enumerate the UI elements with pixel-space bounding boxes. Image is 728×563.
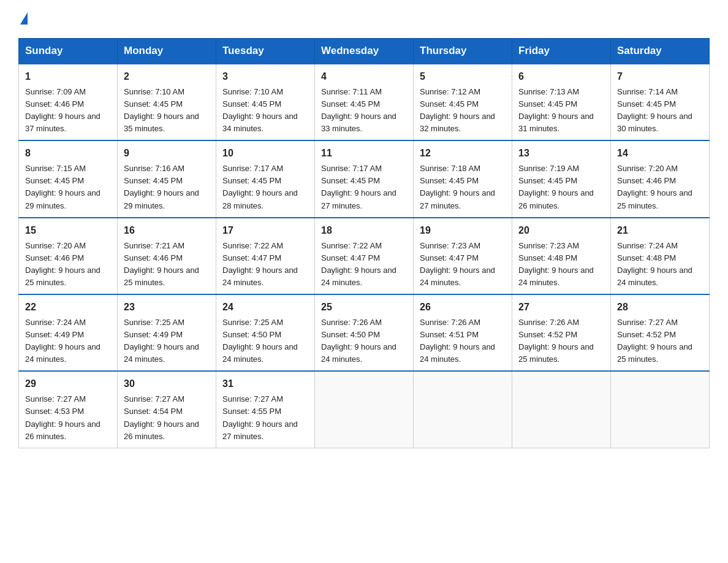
day-cell-16: 16Sunrise: 7:21 AMSunset: 4:46 PMDayligh… [118,218,216,294]
weekday-header-friday: Friday [512,39,611,64]
day-number: 6 [518,69,604,85]
day-cell-10: 10Sunrise: 7:17 AMSunset: 4:45 PMDayligh… [216,140,315,217]
sunset-label: Sunset: 4:48 PM [518,253,577,262]
sunset-label: Sunset: 4:45 PM [222,176,281,185]
day-info: Sunrise: 7:26 AMSunset: 4:52 PMDaylight:… [518,316,604,366]
sunset-label: Sunset: 4:46 PM [617,176,676,185]
weekday-header-saturday: Saturday [611,39,710,64]
day-number: 30 [124,377,210,392]
daylight-label: Daylight: 9 hours and 34 minutes. [222,112,298,133]
sunrise-label: Sunrise: 7:27 AM [222,394,283,404]
daylight-label: Daylight: 9 hours and 33 minutes. [321,112,396,133]
day-info: Sunrise: 7:10 AMSunset: 4:45 PMDaylight:… [222,86,308,136]
daylight-label: Daylight: 9 hours and 24 minutes. [222,342,298,364]
day-number: 9 [124,146,210,161]
daylight-label: Daylight: 9 hours and 25 minutes. [518,342,594,364]
day-number: 5 [420,69,506,85]
daylight-label: Daylight: 9 hours and 24 minutes. [518,266,594,287]
day-info: Sunrise: 7:20 AMSunset: 4:46 PMDaylight:… [25,240,111,289]
daylight-label: Daylight: 9 hours and 25 minutes. [25,266,100,287]
sunrise-label: Sunrise: 7:12 AM [420,87,480,96]
day-info: Sunrise: 7:27 AMSunset: 4:53 PMDaylight:… [25,393,111,443]
weekday-header-thursday: Thursday [414,39,512,64]
daylight-label: Daylight: 9 hours and 32 minutes. [420,112,495,133]
day-cell-17: 17Sunrise: 7:22 AMSunset: 4:47 PMDayligh… [216,218,315,294]
sunrise-label: Sunrise: 7:22 AM [321,241,382,250]
daylight-label: Daylight: 9 hours and 25 minutes. [124,266,199,287]
sunset-label: Sunset: 4:49 PM [25,330,84,339]
day-cell-7: 7Sunrise: 7:14 AMSunset: 4:45 PMDaylight… [611,64,710,140]
day-info: Sunrise: 7:13 AMSunset: 4:45 PMDaylight:… [518,86,604,136]
day-info: Sunrise: 7:23 AMSunset: 4:47 PMDaylight:… [420,240,506,289]
day-info: Sunrise: 7:09 AMSunset: 4:46 PMDaylight:… [25,86,111,136]
sunrise-label: Sunrise: 7:13 AM [518,87,579,96]
daylight-label: Daylight: 9 hours and 26 minutes. [25,419,100,441]
sunset-label: Sunset: 4:50 PM [222,330,281,339]
week-row-4: 22Sunrise: 7:24 AMSunset: 4:49 PMDayligh… [19,294,710,371]
sunrise-label: Sunrise: 7:19 AM [518,164,579,173]
day-cell-24: 24Sunrise: 7:25 AMSunset: 4:50 PMDayligh… [216,294,315,371]
day-cell-11: 11Sunrise: 7:17 AMSunset: 4:45 PMDayligh… [315,140,414,217]
day-cell-6: 6Sunrise: 7:13 AMSunset: 4:45 PMDaylight… [512,64,611,140]
sunrise-label: Sunrise: 7:25 AM [124,318,184,327]
day-number: 8 [25,146,111,161]
day-cell-3: 3Sunrise: 7:10 AMSunset: 4:45 PMDaylight… [216,64,315,140]
day-info: Sunrise: 7:27 AMSunset: 4:55 PMDaylight:… [222,393,308,443]
daylight-label: Daylight: 9 hours and 25 minutes. [617,342,692,364]
sunset-label: Sunset: 4:45 PM [124,99,183,109]
day-info: Sunrise: 7:10 AMSunset: 4:45 PMDaylight:… [124,86,210,136]
sunset-label: Sunset: 4:45 PM [420,176,479,185]
day-number: 22 [25,300,111,315]
day-info: Sunrise: 7:27 AMSunset: 4:54 PMDaylight:… [124,393,210,443]
day-info: Sunrise: 7:27 AMSunset: 4:52 PMDaylight:… [617,316,703,366]
day-cell-30: 30Sunrise: 7:27 AMSunset: 4:54 PMDayligh… [118,371,216,448]
daylight-label: Daylight: 9 hours and 24 minutes. [222,266,298,287]
daylight-label: Daylight: 9 hours and 31 minutes. [518,112,594,133]
day-cell-5: 5Sunrise: 7:12 AMSunset: 4:45 PMDaylight… [414,64,512,140]
day-number: 28 [617,300,703,315]
days-of-week-row: SundayMondayTuesdayWednesdayThursdayFrid… [19,39,710,64]
sunset-label: Sunset: 4:53 PM [25,407,84,416]
day-number: 15 [25,223,111,239]
day-number: 18 [321,223,407,239]
day-cell-9: 9Sunrise: 7:16 AMSunset: 4:45 PMDaylight… [118,140,216,217]
day-cell-29: 29Sunrise: 7:27 AMSunset: 4:53 PMDayligh… [19,371,118,448]
day-number: 7 [617,69,703,85]
logo [18,12,28,27]
day-info: Sunrise: 7:26 AMSunset: 4:50 PMDaylight:… [321,316,407,366]
sunrise-label: Sunrise: 7:24 AM [617,241,678,250]
day-cell-21: 21Sunrise: 7:24 AMSunset: 4:48 PMDayligh… [611,218,710,294]
day-cell-8: 8Sunrise: 7:15 AMSunset: 4:45 PMDaylight… [19,140,118,217]
weekday-header-monday: Monday [118,39,216,64]
sunrise-label: Sunrise: 7:27 AM [124,394,184,404]
sunrise-label: Sunrise: 7:09 AM [25,87,86,96]
sunset-label: Sunset: 4:46 PM [25,99,84,109]
sunrise-label: Sunrise: 7:27 AM [617,318,678,327]
daylight-label: Daylight: 9 hours and 24 minutes. [420,266,495,287]
daylight-label: Daylight: 9 hours and 26 minutes. [124,419,199,441]
daylight-label: Daylight: 9 hours and 27 minutes. [420,188,495,210]
sunrise-label: Sunrise: 7:20 AM [617,164,678,173]
day-cell-2: 2Sunrise: 7:10 AMSunset: 4:45 PMDaylight… [118,64,216,140]
sunrise-label: Sunrise: 7:16 AM [124,164,184,173]
sunrise-label: Sunrise: 7:27 AM [25,394,86,404]
day-number: 24 [222,300,308,315]
daylight-label: Daylight: 9 hours and 24 minutes. [321,342,396,364]
sunset-label: Sunset: 4:52 PM [518,330,577,339]
day-info: Sunrise: 7:22 AMSunset: 4:47 PMDaylight:… [222,240,308,289]
day-number: 25 [321,300,407,315]
empty-cell [512,371,611,448]
day-cell-20: 20Sunrise: 7:23 AMSunset: 4:48 PMDayligh… [512,218,611,294]
day-number: 23 [124,300,210,315]
sunrise-label: Sunrise: 7:26 AM [518,318,579,327]
day-number: 2 [124,69,210,85]
day-info: Sunrise: 7:11 AMSunset: 4:45 PMDaylight:… [321,86,407,136]
weekday-header-tuesday: Tuesday [216,39,315,64]
sunset-label: Sunset: 4:50 PM [321,330,380,339]
day-info: Sunrise: 7:17 AMSunset: 4:45 PMDaylight:… [321,163,407,212]
day-info: Sunrise: 7:20 AMSunset: 4:46 PMDaylight:… [617,163,703,212]
day-cell-14: 14Sunrise: 7:20 AMSunset: 4:46 PMDayligh… [611,140,710,217]
day-cell-12: 12Sunrise: 7:18 AMSunset: 4:45 PMDayligh… [414,140,512,217]
week-row-5: 29Sunrise: 7:27 AMSunset: 4:53 PMDayligh… [19,371,710,448]
day-number: 19 [420,223,506,239]
